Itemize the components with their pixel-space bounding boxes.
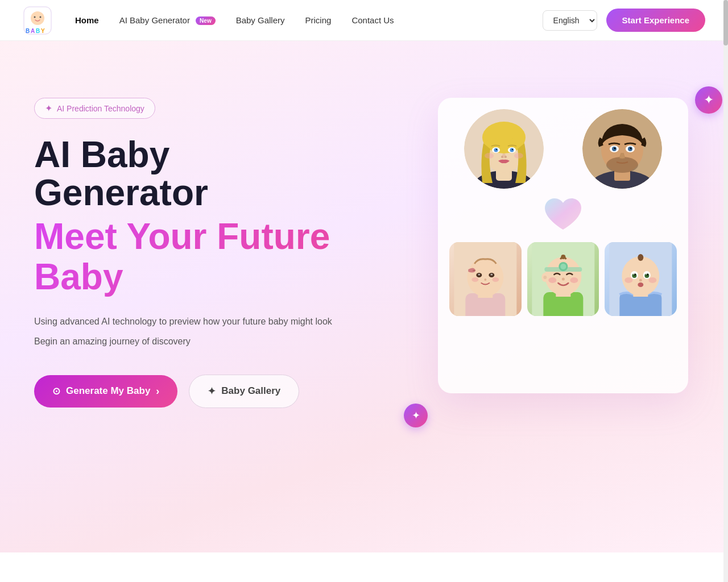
- hero-heading-main: AI BabyGenerator: [34, 136, 341, 212]
- svg-point-19: [512, 149, 513, 150]
- generate-my-baby-button[interactable]: ⊙ Generate My Baby ›: [34, 375, 177, 408]
- svg-point-65: [638, 254, 644, 261]
- svg-point-72: [633, 273, 635, 275]
- scrollbar-thumb[interactable]: [723, 0, 728, 45]
- sparkle-bottom-left-icon: ✦: [404, 404, 428, 427]
- nav-gallery[interactable]: Baby Gallery: [236, 15, 285, 26]
- mom-photo: [464, 109, 544, 189]
- scrollbar[interactable]: [723, 0, 728, 582]
- svg-point-53: [561, 278, 564, 281]
- svg-point-45: [484, 278, 486, 281]
- hero-content: ✦ AI Prediction Technology AI BabyGenera…: [34, 86, 341, 408]
- svg-point-52: [561, 255, 565, 259]
- svg-point-3: [40, 16, 42, 18]
- sparkle-top-right-icon: ✦: [695, 86, 722, 114]
- start-experience-button[interactable]: Start Experience: [606, 9, 705, 32]
- language-selector[interactable]: English: [543, 10, 597, 31]
- svg-point-2: [34, 16, 36, 18]
- hero-heading-gradient: Meet Your FutureBaby: [34, 217, 341, 297]
- svg-point-55: [570, 277, 578, 283]
- nav-ai-generator[interactable]: AI Baby Generator New: [119, 15, 216, 26]
- hero-image-panel: ✦: [438, 98, 711, 416]
- svg-point-16: [494, 148, 498, 152]
- new-badge: New: [196, 16, 216, 25]
- parent-photos-row: [449, 109, 677, 189]
- sparkle-gallery-icon: ✦: [208, 385, 216, 397]
- svg-point-23: [485, 153, 494, 159]
- svg-point-73: [646, 273, 648, 275]
- ai-badge-text: AI Prediction Technology: [57, 104, 144, 113]
- nav-home[interactable]: Home: [75, 15, 99, 26]
- nav-home-link[interactable]: Home: [75, 15, 99, 25]
- svg-point-36: [630, 148, 632, 149]
- logo-icon: B A B Y: [23, 6, 52, 35]
- svg-point-54: [548, 277, 556, 283]
- bottom-section: Explore the Future of AI Baby Prediction: [0, 552, 728, 582]
- svg-point-43: [478, 274, 480, 276]
- svg-point-24: [514, 153, 523, 159]
- svg-point-74: [639, 279, 642, 282]
- svg-point-40: [467, 258, 503, 297]
- hero-desc-1: Using advanced AI technology to preview …: [34, 314, 341, 329]
- ai-prediction-badge: ✦ AI Prediction Technology: [34, 98, 155, 119]
- panel-card: [438, 98, 688, 393]
- hero-desc-2: Begin an amazing journey of discovery: [34, 334, 341, 349]
- svg-text:B: B: [36, 28, 40, 34]
- dad-photo: [582, 109, 662, 189]
- nav-gallery-link[interactable]: Baby Gallery: [236, 15, 285, 25]
- nav-links: Home AI Baby Generator New Baby Gallery …: [75, 15, 394, 26]
- heart-icon: [540, 196, 586, 235]
- svg-point-22: [504, 156, 507, 158]
- baby-photos-row: [449, 242, 677, 316]
- baby-photo-1: [449, 242, 522, 316]
- mom-photo-container: [449, 109, 559, 189]
- svg-text:Y: Y: [41, 28, 45, 34]
- nav-contact-link[interactable]: Contact Us: [351, 15, 394, 25]
- baby-photo-3: [605, 242, 677, 316]
- dad-photo-container: [568, 109, 677, 189]
- svg-text:B: B: [26, 28, 30, 34]
- svg-point-30: [606, 157, 638, 173]
- svg-point-76: [625, 277, 633, 283]
- nav-right: English Start Experience: [543, 9, 705, 32]
- nav-left: B A B Y Home AI Baby Generator New Baby …: [23, 6, 394, 35]
- arrow-right-icon: ›: [156, 385, 159, 397]
- gallery-button-label: Baby Gallery: [221, 385, 280, 397]
- heart-row: [449, 196, 677, 235]
- clock-icon: ⊙: [52, 385, 60, 397]
- baby-photo-2: [527, 242, 599, 316]
- svg-point-64: [622, 256, 660, 296]
- svg-point-18: [496, 149, 497, 150]
- svg-point-1: [31, 11, 44, 25]
- svg-point-75: [638, 282, 644, 287]
- svg-point-17: [510, 148, 514, 152]
- logo[interactable]: B A B Y: [23, 6, 52, 35]
- svg-point-47: [492, 277, 499, 282]
- hero-buttons: ⊙ Generate My Baby › ✦ Baby Gallery: [34, 375, 341, 408]
- nav-pricing-link[interactable]: Pricing: [305, 15, 332, 25]
- svg-point-60: [560, 264, 566, 269]
- nav-ai-generator-link[interactable]: AI Baby Generator New: [119, 15, 216, 25]
- svg-point-46: [471, 277, 478, 282]
- svg-point-77: [649, 277, 657, 283]
- sparkle-badge-icon: ✦: [45, 103, 52, 114]
- nav-contact[interactable]: Contact Us: [351, 15, 394, 26]
- baby-gallery-button[interactable]: ✦ Baby Gallery: [189, 375, 299, 408]
- nav-pricing[interactable]: Pricing: [305, 15, 332, 26]
- svg-text:A: A: [31, 28, 35, 34]
- svg-point-44: [490, 274, 493, 276]
- svg-point-57: [543, 276, 547, 279]
- generate-button-label: Generate My Baby: [66, 385, 150, 397]
- svg-point-35: [614, 148, 616, 149]
- hero-section: ✦ AI Prediction Technology AI BabyGenera…: [0, 41, 728, 552]
- navbar: B A B Y Home AI Baby Generator New Baby …: [0, 0, 728, 41]
- svg-point-21: [501, 156, 503, 158]
